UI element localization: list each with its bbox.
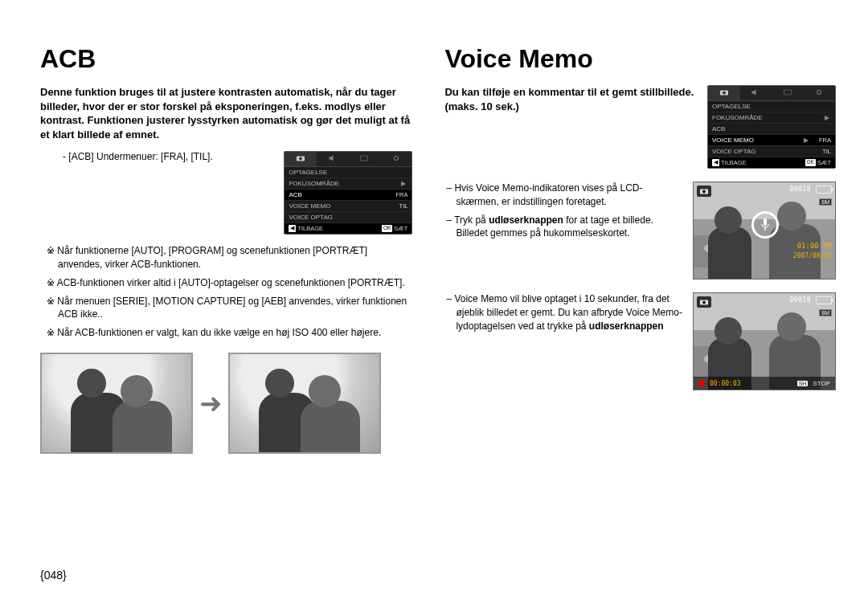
camera-mode-icon [697, 296, 711, 308]
osd-size: 8M [819, 198, 832, 206]
battery-icon [816, 296, 832, 304]
battery-icon [816, 186, 832, 194]
svg-rect-10 [764, 218, 767, 226]
voice-memo-intro: Du kan tilføje en kommentar til et gemt … [444, 85, 694, 113]
svg-point-9 [817, 91, 821, 95]
voice-memo-text-1: – Hvis Voice Memo-indikatoren vises på L… [444, 182, 683, 245]
svg-point-6 [723, 92, 726, 95]
preview-shot-1: 00018 8M 01:00 PM 2007/08/01 [693, 182, 836, 280]
gear-icon [380, 152, 412, 166]
voice-memo-title: Voice Memo [444, 44, 836, 74]
acb-note-1: Når funktionerne [AUTO], [PROGRAM] og sc… [40, 244, 412, 271]
acb-submenu-line: - [ACB] Undermenuer: [FRA], [TIL]. [40, 151, 272, 162]
osd-rec-timer: 00:00:03 [710, 380, 741, 387]
voice-memo-section: Voice Memo Du kan tilføje en kommentar t… [444, 44, 836, 454]
acb-section: ACB Denne funktion bruges til at justere… [40, 44, 412, 454]
camera-mode-icon [697, 186, 711, 197]
camera-icon [285, 152, 317, 166]
arrow-right-icon: ➜ [199, 387, 222, 419]
osd-frame-count: 00018 [789, 186, 811, 193]
mic-icon [751, 211, 779, 239]
sample-before [40, 353, 193, 454]
camera-icon [708, 86, 740, 100]
acb-note-3: Når menuen [SERIE], [MOTION CAPTURE] og … [40, 295, 412, 322]
osd-date: 2007/08/01 [793, 252, 832, 259]
osd-size: 8M [819, 309, 832, 316]
svg-rect-3 [361, 156, 368, 161]
acb-note-2: ACB-funktionen virker altid i [AUTO]-opt… [40, 276, 412, 290]
svg-point-4 [394, 157, 398, 161]
display-icon [348, 152, 380, 166]
osd-stop-label: STOP [813, 380, 830, 387]
acb-intro: Denne funktion bruges til at justere kon… [40, 85, 412, 141]
svg-marker-7 [752, 90, 756, 96]
osd-stop-key: SH [797, 381, 809, 386]
svg-point-15 [702, 301, 706, 304]
svg-point-1 [299, 157, 302, 161]
gear-icon [804, 86, 836, 100]
display-icon [772, 86, 804, 100]
svg-rect-8 [784, 90, 791, 95]
voice-memo-lcd-menu: OPTAGELSE FOKUSOMRÅDE▶ ACB VOICE MEMO▶FR… [707, 85, 836, 169]
sample-after [228, 353, 381, 454]
speaker-icon [317, 152, 349, 166]
preview-shot-2: 00018 8M 00:00:03 SH STOP [693, 292, 836, 390]
svg-point-13 [702, 190, 706, 194]
page-number: {048} [40, 569, 67, 582]
record-icon [698, 380, 705, 386]
acb-sample-images: ➜ [40, 353, 412, 454]
acb-title: ACB [40, 44, 412, 74]
svg-marker-2 [329, 156, 333, 161]
osd-frame-count: 00018 [789, 296, 811, 304]
svg-rect-11 [764, 227, 765, 231]
osd-time: 01:00 PM [797, 242, 832, 250]
acb-lcd-menu: OPTAGELSE FOKUSOMRÅDE▶ ACBFRA VOICE MEMO… [284, 151, 412, 235]
voice-memo-text-2: – Voice Memo vil blive optaget i 10 seku… [444, 292, 683, 337]
acb-note-4: Når ACB-funktionen er valgt, kan du ikke… [40, 326, 412, 340]
speaker-icon [740, 86, 772, 100]
